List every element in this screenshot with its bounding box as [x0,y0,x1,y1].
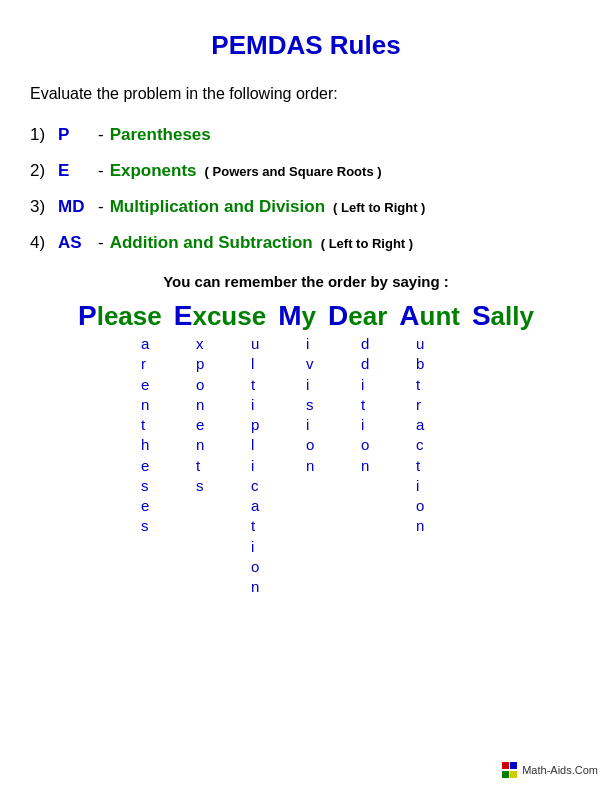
rule-abbr-4: AS [58,233,92,253]
rule-row-2: 2) E - Exponents ( Powers and Square Roo… [30,161,582,181]
vert-col-addition: d d i t i o n [361,334,416,597]
rules-list: 1) P - Parentheses 2) E - Exponents ( Po… [30,125,582,253]
rule-num-1: 1) [30,125,58,145]
rule-num-4: 4) [30,233,58,253]
page-title: PEMDAS Rules [30,30,582,61]
rule-abbr-1: P [58,125,92,145]
watermark-text: Math-Aids.Com [522,764,598,776]
rule-abbr-3: MD [58,197,92,217]
intro-text: Evaluate the problem in the following or… [30,85,582,103]
vert-col-multiplication: u l t i p l i c a t i o n [251,334,306,597]
mnemonic-heading: Please Excuse My Dear Aunt Sally [30,300,582,332]
watermark-icon [502,762,518,778]
mnemonic-intro: You can remember the order by saying : [30,273,582,290]
mw-sally: Sally [472,300,534,332]
vertical-columns: a r e n t h e s e s x p o n e n t s u l … [30,334,582,597]
vert-col-parentheses: a r e n t h e s e s [141,334,196,597]
rule-label-4: Addition and Subtraction [110,233,313,253]
rule-label-3: Multiplication and Division [110,197,325,217]
vert-col-exponents: x p o n e n t s [196,334,251,597]
mw-my: My [278,300,316,332]
rule-label-2: Exponents [110,161,197,181]
rule-num-3: 3) [30,197,58,217]
rule-row-1: 1) P - Parentheses [30,125,582,145]
mw-dear: Dear [328,300,387,332]
mw-please: Please [78,300,162,332]
rule-row-4: 4) AS - Addition and Subtraction ( Left … [30,233,582,253]
rule-row-3: 3) MD - Multiplication and Division ( Le… [30,197,582,217]
vert-col-subtraction: u b t r a c t i o n [416,334,471,597]
mw-aunt: Aunt [399,300,460,332]
rule-note-4: ( Left to Right ) [321,236,413,251]
watermark: Math-Aids.Com [502,762,598,778]
rule-num-2: 2) [30,161,58,181]
rule-note-3: ( Left to Right ) [333,200,425,215]
mnemonic-section: You can remember the order by saying : P… [30,273,582,597]
mw-excuse: Excuse [174,300,266,332]
rule-note-2: ( Powers and Square Roots ) [205,164,382,179]
rule-abbr-2: E [58,161,92,181]
vert-col-division: i v i s i o n [306,334,361,597]
rule-label-1: Parentheses [110,125,211,145]
